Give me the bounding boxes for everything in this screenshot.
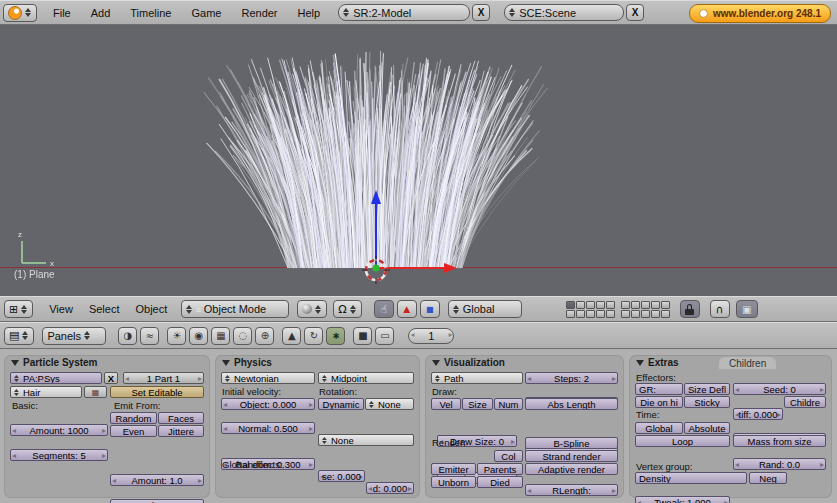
layer-toggle[interactable] bbox=[606, 301, 615, 309]
jitter-amount-field[interactable]: Amount: 1.0 bbox=[110, 474, 204, 486]
layer-toggle[interactable] bbox=[586, 301, 595, 309]
menu-timeline[interactable]: Timeline bbox=[130, 7, 171, 19]
transform-manipulator[interactable]: z x bbox=[0, 25, 837, 296]
seed-field[interactable]: Seed: 0 bbox=[733, 383, 826, 395]
menu-file[interactable]: File bbox=[53, 7, 71, 19]
panel-header[interactable]: Particle System bbox=[11, 357, 98, 368]
particle-type-dropdown[interactable]: Hair bbox=[10, 386, 82, 398]
menu-add[interactable]: Add bbox=[91, 7, 111, 19]
neg-toggle[interactable]: Neg bbox=[749, 472, 787, 484]
collapse-triangle-icon[interactable] bbox=[222, 360, 230, 366]
menu-view[interactable]: View bbox=[49, 303, 73, 315]
menu-render[interactable]: Render bbox=[241, 7, 277, 19]
random-toggle[interactable]: Random bbox=[110, 412, 157, 424]
segments-field[interactable]: Segments: 5 bbox=[10, 449, 108, 461]
menu-select[interactable]: Select bbox=[89, 303, 120, 315]
pf-field[interactable]: P/F: 0 bbox=[110, 499, 204, 503]
unlink-particle-button[interactable]: X bbox=[104, 372, 118, 384]
object-buttons-icon[interactable]: ▲ bbox=[282, 327, 301, 345]
effector-group-field[interactable]: GR: bbox=[635, 383, 683, 395]
loop-toggle[interactable]: Loop bbox=[635, 435, 730, 447]
panel-header[interactable]: Extras bbox=[636, 357, 679, 368]
script-buttons-icon[interactable]: ≈ bbox=[140, 327, 159, 345]
scene-buttons-icon[interactable]: ▭ bbox=[375, 327, 394, 345]
frame-number-stepper[interactable]: 1 bbox=[408, 328, 454, 344]
strand-render-toggle[interactable]: Strand render bbox=[525, 450, 618, 462]
layer-toggle[interactable] bbox=[566, 301, 575, 309]
visualization-mode-dropdown[interactable]: Path bbox=[431, 372, 523, 384]
die-on-hit-toggle[interactable]: Die on hi bbox=[635, 396, 683, 408]
particle-buttons-icon[interactable]: ∗ bbox=[326, 327, 345, 345]
world-buttons-icon[interactable]: ⊕ bbox=[255, 327, 274, 345]
children-toggle[interactable]: Childre bbox=[784, 396, 826, 408]
editor-type-dropdown[interactable] bbox=[3, 4, 37, 22]
steps-field[interactable]: Steps: 2 bbox=[525, 372, 618, 384]
rlength-field[interactable]: RLength: bbox=[525, 484, 618, 496]
dynamic-toggle[interactable]: Dynamic bbox=[318, 398, 364, 410]
size-toggle[interactable]: Size bbox=[462, 398, 493, 410]
unborn-toggle[interactable]: Unborn bbox=[431, 476, 476, 488]
mass-from-size-toggle[interactable]: Mass from size bbox=[733, 435, 826, 447]
layer-toggle[interactable] bbox=[566, 310, 575, 318]
layer-toggle[interactable] bbox=[576, 301, 585, 309]
viewport-shading-dropdown[interactable] bbox=[297, 300, 327, 318]
phase-field[interactable]: se: 0.000 bbox=[318, 470, 365, 482]
num-toggle[interactable]: Num bbox=[494, 398, 523, 410]
panels-menu[interactable]: Panels bbox=[42, 327, 106, 345]
physics-type-dropdown[interactable]: Newtonian bbox=[221, 372, 315, 384]
viewport-3d[interactable]: z x (1) Plane bbox=[0, 25, 837, 296]
layer-toggle[interactable] bbox=[621, 301, 630, 309]
layer-toggle[interactable] bbox=[651, 310, 660, 318]
layer-toggle[interactable] bbox=[606, 310, 615, 318]
menu-game[interactable]: Game bbox=[191, 7, 221, 19]
blender-version-badge[interactable]: www.blender.org 248.1 bbox=[689, 4, 831, 23]
size-deflect-toggle[interactable]: Size Defl bbox=[684, 383, 730, 395]
abs-length-toggle[interactable]: Abs Length bbox=[525, 398, 618, 410]
collapse-triangle-icon[interactable] bbox=[636, 360, 644, 366]
layer-toggle[interactable] bbox=[586, 310, 595, 318]
jittered-toggle[interactable]: Jittere bbox=[158, 425, 204, 437]
layer-toggle[interactable] bbox=[641, 301, 650, 309]
layer-toggle[interactable] bbox=[661, 310, 670, 318]
screen-close-button[interactable]: X bbox=[472, 4, 490, 21]
snap-button[interactable]: ∩ bbox=[710, 300, 730, 318]
collapse-triangle-icon[interactable] bbox=[432, 360, 440, 366]
pivot-point-dropdown[interactable]: Ω bbox=[333, 300, 361, 318]
scale-manipulator-button[interactable]: ■ bbox=[420, 300, 440, 318]
angular-velocity-dropdown[interactable]: None bbox=[318, 434, 414, 446]
died-toggle[interactable]: Died bbox=[477, 476, 523, 488]
scene-close-button[interactable]: X bbox=[626, 4, 644, 21]
emitter-toggle[interactable]: Emitter bbox=[431, 463, 476, 475]
layer-toggle[interactable] bbox=[631, 301, 640, 309]
editor-type-dropdown[interactable]: ▤ bbox=[4, 327, 34, 345]
vel-toggle[interactable]: Vel bbox=[431, 398, 461, 410]
velocity-normal-field[interactable]: Normal: 0.500 bbox=[221, 422, 315, 434]
col-toggle[interactable]: Col bbox=[494, 450, 523, 462]
layer-toggle[interactable] bbox=[596, 301, 605, 309]
editor-type-dropdown[interactable]: ⊞ bbox=[4, 300, 33, 318]
physics-buttons-icon[interactable]: ↻ bbox=[304, 327, 323, 345]
even-toggle[interactable]: Even bbox=[110, 425, 157, 437]
set-editable-button[interactable]: Set Editable bbox=[110, 386, 204, 398]
menu-help[interactable]: Help bbox=[298, 7, 321, 19]
layer-toggle[interactable] bbox=[576, 310, 585, 318]
particle-options-button[interactable]: ▦ bbox=[84, 386, 107, 398]
absolute-toggle[interactable]: Absolute bbox=[684, 422, 730, 434]
sticky-toggle[interactable]: Sticky bbox=[684, 396, 730, 408]
screen-selector[interactable]: SR:2-Model bbox=[338, 4, 470, 21]
rand-field[interactable]: Rand: 0.0 bbox=[733, 458, 826, 470]
texture-buttons-icon[interactable]: ▦ bbox=[211, 327, 230, 345]
render-preview-button[interactable]: ▣ bbox=[736, 300, 758, 318]
layer-toggle[interactable] bbox=[631, 310, 640, 318]
stiff-field[interactable]: tiff: 0.000 bbox=[733, 408, 783, 420]
lamp-buttons-icon[interactable]: ☀ bbox=[167, 327, 186, 345]
velocity-object-field[interactable]: Object: 0.000 bbox=[221, 398, 315, 410]
collapse-triangle-icon[interactable] bbox=[11, 360, 19, 366]
tweak-field[interactable]: Tweak: 1.000 bbox=[635, 496, 730, 503]
global-toggle[interactable]: Global bbox=[635, 422, 683, 434]
parents-toggle[interactable]: Parents bbox=[477, 463, 523, 475]
panel-header[interactable]: Visualization bbox=[432, 357, 505, 368]
layer-toggle[interactable] bbox=[596, 310, 605, 318]
particle-slot-stepper[interactable]: 1 Part 1 bbox=[123, 372, 204, 384]
manipulator-toggle-button[interactable]: ☝ bbox=[374, 300, 394, 318]
